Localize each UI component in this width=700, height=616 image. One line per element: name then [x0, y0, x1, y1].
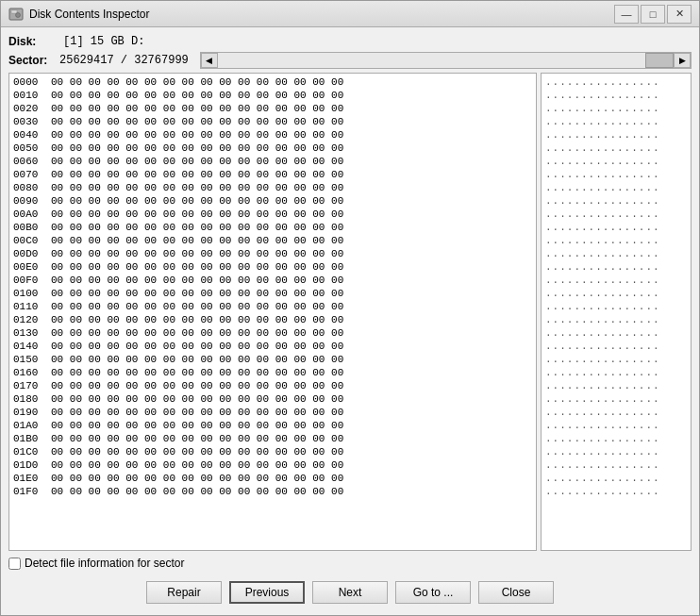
hex-bytes: 00 00 00 00 00 00 00 00 00 00 00 00 00 0… — [51, 274, 343, 287]
hex-row: 005000 00 00 00 00 00 00 00 00 00 00 00 … — [13, 142, 532, 155]
hex-bytes: 00 00 00 00 00 00 00 00 00 00 00 00 00 0… — [51, 432, 343, 445]
text-content: ........................................… — [542, 74, 691, 500]
hex-bytes: 00 00 00 00 00 00 00 00 00 00 00 00 00 0… — [51, 379, 343, 392]
minimize-button[interactable]: — — [614, 5, 639, 24]
hex-addr: 01E0 — [13, 472, 47, 485]
hex-addr: 0080 — [13, 181, 47, 194]
hex-addr: 01D0 — [13, 458, 47, 472]
hex-addr: 0030 — [13, 115, 47, 128]
hex-bytes: 00 00 00 00 00 00 00 00 00 00 00 00 00 0… — [51, 208, 343, 221]
text-row: ................ — [545, 300, 687, 313]
svg-point-2 — [16, 12, 21, 17]
maximize-button[interactable]: □ — [641, 5, 665, 24]
window-title: Disk Contents Inspector — [29, 8, 149, 21]
hex-addr: 0060 — [13, 155, 47, 168]
hex-addr: 00F0 — [13, 274, 47, 287]
hex-bytes: 00 00 00 00 00 00 00 00 00 00 00 00 00 0… — [51, 168, 343, 181]
hex-row: 01B000 00 00 00 00 00 00 00 00 00 00 00 … — [13, 432, 532, 445]
buttons-row: Repair Previous Next Go to ... Close — [8, 575, 692, 608]
hex-row: 002000 00 00 00 00 00 00 00 00 00 00 00 … — [13, 102, 532, 115]
text-row: ................ — [545, 89, 687, 102]
svg-rect-1 — [11, 10, 17, 13]
hex-panel[interactable]: 000000 00 00 00 00 00 00 00 00 00 00 00 … — [8, 73, 537, 551]
text-row: ................ — [545, 419, 687, 432]
hex-addr: 0010 — [13, 89, 47, 102]
hex-bytes: 00 00 00 00 00 00 00 00 00 00 00 00 00 0… — [51, 392, 343, 406]
scroll-right-arrow[interactable]: ▶ — [674, 53, 691, 68]
hex-row: 00F000 00 00 00 00 00 00 00 00 00 00 00 … — [13, 274, 532, 287]
hex-addr: 0120 — [13, 313, 47, 326]
text-row: ................ — [545, 472, 687, 485]
hex-row: 019000 00 00 00 00 00 00 00 00 00 00 00 … — [13, 406, 532, 419]
sector-label: Sector: — [8, 54, 56, 67]
hex-addr: 0020 — [13, 102, 47, 115]
hex-addr: 0070 — [13, 168, 47, 181]
text-row: ................ — [545, 274, 687, 287]
hex-addr: 0180 — [13, 392, 47, 406]
text-row: ................ — [545, 458, 687, 472]
close-button[interactable]: Close — [478, 581, 554, 604]
text-row: ................ — [545, 392, 687, 406]
text-row: ................ — [545, 142, 687, 155]
text-row: ................ — [545, 406, 687, 419]
hex-addr: 00D0 — [13, 247, 47, 260]
next-button[interactable]: Next — [312, 581, 388, 604]
sector-scrollbar[interactable]: ◀ ▶ — [200, 52, 692, 69]
hex-bytes: 00 00 00 00 00 00 00 00 00 00 00 00 00 0… — [51, 419, 343, 432]
title-bar-buttons: — □ ✕ — [614, 5, 692, 24]
hex-addr: 0150 — [13, 353, 47, 366]
hex-row: 010000 00 00 00 00 00 00 00 00 00 00 00 … — [13, 287, 532, 300]
hex-row: 01E000 00 00 00 00 00 00 00 00 00 00 00 … — [13, 472, 532, 485]
hex-bytes: 00 00 00 00 00 00 00 00 00 00 00 00 00 0… — [51, 313, 343, 326]
hex-addr: 00E0 — [13, 260, 47, 274]
text-row: ................ — [545, 432, 687, 445]
previous-button[interactable]: Previous — [229, 581, 305, 604]
text-row: ................ — [545, 485, 687, 498]
text-row: ................ — [545, 75, 687, 89]
text-row: ................ — [545, 102, 687, 115]
hex-bytes: 00 00 00 00 00 00 00 00 00 00 00 00 00 0… — [51, 128, 343, 142]
checkbox-area: Detect file information for sector — [8, 557, 184, 570]
hex-addr: 00B0 — [13, 221, 47, 234]
hex-bytes: 00 00 00 00 00 00 00 00 00 00 00 00 00 0… — [51, 366, 343, 379]
goto-button[interactable]: Go to ... — [395, 581, 471, 604]
hex-bytes: 00 00 00 00 00 00 00 00 00 00 00 00 00 0… — [51, 221, 343, 234]
hex-addr: 0000 — [13, 75, 47, 89]
hex-bytes: 00 00 00 00 00 00 00 00 00 00 00 00 00 0… — [51, 260, 343, 274]
hex-row: 006000 00 00 00 00 00 00 00 00 00 00 00 … — [13, 155, 532, 168]
text-row: ................ — [545, 313, 687, 326]
title-bar-left: Disk Contents Inspector — [8, 7, 149, 22]
scroll-left-arrow[interactable]: ◀ — [201, 53, 218, 68]
hex-row: 016000 00 00 00 00 00 00 00 00 00 00 00 … — [13, 366, 532, 379]
sector-value: 25629417 / 32767999 — [59, 54, 189, 67]
detect-label[interactable]: Detect file information for sector — [25, 557, 184, 570]
hex-row: 00A000 00 00 00 00 00 00 00 00 00 00 00 … — [13, 208, 532, 221]
hex-addr: 0190 — [13, 406, 47, 419]
hex-row: 013000 00 00 00 00 00 00 00 00 00 00 00 … — [13, 326, 532, 340]
window-close-button[interactable]: ✕ — [667, 5, 692, 24]
text-row: ................ — [545, 168, 687, 181]
scroll-thumb[interactable] — [645, 53, 674, 68]
text-row: ................ — [545, 234, 687, 247]
scroll-track[interactable] — [218, 53, 674, 68]
text-row: ................ — [545, 115, 687, 128]
text-row: ................ — [545, 326, 687, 340]
hex-row: 00C000 00 00 00 00 00 00 00 00 00 00 00 … — [13, 234, 532, 247]
hex-bytes: 00 00 00 00 00 00 00 00 00 00 00 00 00 0… — [51, 102, 343, 115]
hex-addr: 0040 — [13, 128, 47, 142]
text-panel[interactable]: ........................................… — [541, 73, 692, 551]
hex-bytes: 00 00 00 00 00 00 00 00 00 00 00 00 00 0… — [51, 142, 343, 155]
hex-row: 001000 00 00 00 00 00 00 00 00 00 00 00 … — [13, 89, 532, 102]
text-row: ................ — [545, 260, 687, 274]
hex-addr: 01C0 — [13, 445, 47, 458]
text-row: ................ — [545, 445, 687, 458]
text-row: ................ — [545, 194, 687, 208]
detect-checkbox[interactable] — [8, 558, 21, 570]
window-content: Disk: [1] 15 GB D: Sector: 25629417 / 32… — [1, 27, 699, 615]
hex-addr: 0140 — [13, 340, 47, 353]
hex-bytes: 00 00 00 00 00 00 00 00 00 00 00 00 00 0… — [51, 485, 343, 498]
hex-bytes: 00 00 00 00 00 00 00 00 00 00 00 00 00 0… — [51, 472, 343, 485]
hex-bytes: 00 00 00 00 00 00 00 00 00 00 00 00 00 0… — [51, 234, 343, 247]
hex-row: 009000 00 00 00 00 00 00 00 00 00 00 00 … — [13, 194, 532, 208]
repair-button[interactable]: Repair — [146, 581, 222, 604]
